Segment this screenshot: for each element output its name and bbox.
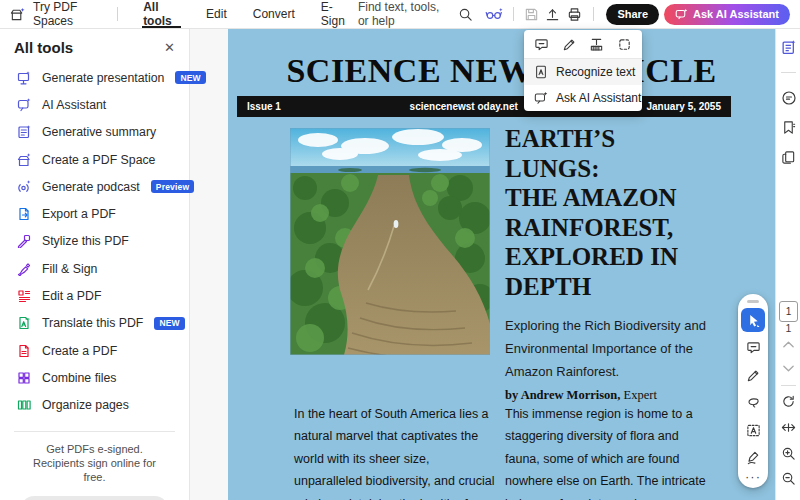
sidebar-item-combine-files[interactable]: Combine files [0,364,189,391]
pencil-icon [746,368,761,383]
close-icon[interactable]: ✕ [164,41,175,54]
all-tools-panel: All tools ✕ Generate presentation NEW AI… [0,28,190,500]
select-tool[interactable] [741,308,765,332]
palette-drag-handle[interactable] [747,300,759,303]
print-icon[interactable] [564,3,585,25]
rail-divider [781,72,796,73]
bookmarks-icon[interactable] [780,120,797,135]
issue-number: Issue 1 [247,101,281,112]
signature-icon [746,450,761,465]
page-up-icon[interactable] [780,340,797,349]
export-pdf-icon [17,207,31,221]
newsletter-masthead: SCIENCE NEWS ARTICLE [228,52,775,90]
article-column-2: This immense region is home to a stagger… [505,403,713,500]
search-placeholder: Find text, tools, or help [358,0,453,28]
menu-item-ask-ai-assistant[interactable]: Ask AI Assistant [524,85,642,111]
selection-icon[interactable] [617,37,632,52]
site-url: sciencenewst oday.net [410,101,518,112]
ai-assistant-icon [17,98,31,112]
pdf-spaces-icon [10,7,25,22]
ask-ai-assistant-button[interactable]: Ask AI Assistant [664,4,790,25]
quick-tools-palette: ··· [738,294,768,488]
pencil-icon[interactable] [562,37,577,52]
text-select-icon [746,423,761,438]
nav-divider [593,7,594,21]
more-tools-button[interactable]: ··· [745,473,761,481]
new-badge: NEW [154,317,184,330]
zoom-in-icon[interactable] [780,446,797,461]
sidebar-item-generate-podcast[interactable]: Generate podcast Preview [0,173,189,200]
organize-pages-icon [17,398,31,412]
sidebar-item-translate-pdf[interactable]: Translate this PDF NEW [0,310,189,337]
sidebar-divider [14,431,175,432]
right-rail: 1 1 [775,28,800,500]
tab-edit[interactable]: Edit [197,1,236,28]
fit-width-icon[interactable] [780,420,797,435]
save-icon[interactable] [521,3,542,25]
sidebar-item-create-pdf[interactable]: Create a PDF [0,337,189,364]
ai-glasses-icon[interactable] [483,3,504,25]
page-number-input[interactable]: 1 [779,301,798,322]
share-button[interactable]: Share [606,4,659,25]
zoom-out-icon[interactable] [780,471,797,486]
search-icon [458,7,473,22]
article-byline: by Andrew Morrison, Expert [505,388,657,403]
combine-files-icon [17,371,31,385]
tab-esign[interactable]: E-Sign [312,1,358,28]
try-pdf-spaces-button[interactable]: Try PDF Spaces [33,0,101,28]
article-column-1: In the heart of South America lies a nat… [294,403,500,500]
signature-tool[interactable] [741,446,765,470]
stylize-pdf-icon [17,234,31,248]
create-pdf-icon [17,344,31,358]
pencil-tool[interactable] [741,363,765,387]
sidebar-item-generate-presentation[interactable]: Generate presentation NEW [0,64,189,91]
sidebar-item-generative-summary[interactable]: Generative summary [0,119,189,146]
new-badge: NEW [175,71,205,84]
sidebar-item-stylize-pdf[interactable]: Stylize this PDF [0,228,189,255]
issue-date: January 5, 2055 [647,101,722,112]
esign-promo-text: Get PDFs e-signed. Recipients sign onlin… [0,442,189,484]
fill-sign-icon [17,262,31,276]
recognize-text-doc-icon [534,65,548,79]
nav-left-group: Try PDF Spaces All tools Edit Convert E-… [0,0,358,28]
top-navbar: Try PDF Spaces All tools Edit Convert E-… [0,0,800,29]
article-subtitle: Exploring the Rich Biodiversity and Envi… [505,314,737,383]
sidebar-item-ai-assistant[interactable]: AI Assistant [0,91,189,118]
generative-summary-icon [17,125,31,139]
text-select-tool[interactable] [741,418,765,442]
sidebar-item-create-pdf-space[interactable]: Create a PDF Space [0,146,189,173]
sidebar-item-organize-pages[interactable]: Organize pages [0,392,189,419]
acrobat-web-app: Try PDF Spaces All tools Edit Convert E-… [0,0,800,500]
sidebar-item-fill-sign[interactable]: Fill & Sign [0,255,189,282]
preview-badge: Preview [151,180,195,193]
search-input[interactable]: Find text, tools, or help [358,0,474,28]
ai-chat-icon [675,8,688,21]
rail-divider [781,385,796,386]
pdf-page[interactable]: SCIENCE NEWS ARTICLE Issue 1 sciencenews… [228,28,775,500]
comments-icon[interactable] [780,90,797,106]
request-esignatures-button[interactable]: Request e-signatures [21,496,168,500]
document-backdrop [189,28,228,500]
edit-pdf-icon [17,289,31,303]
comment-tool[interactable] [741,336,765,360]
generative-summary-icon[interactable] [780,40,797,55]
menu-item-recognize-text[interactable]: Recognize text [524,59,642,85]
nav-divider [117,7,118,21]
sidebar-item-edit-pdf[interactable]: Edit a PDF [0,282,189,309]
generate-podcast-icon [17,180,31,194]
tab-all-tools[interactable]: All tools [134,1,189,28]
translate-pdf-icon [17,316,31,330]
upload-icon[interactable] [542,3,563,25]
lasso-icon [746,395,761,410]
recognize-text-icon[interactable] [589,37,604,52]
article-photo-amazon-river [290,128,490,355]
sidebar-item-export-pdf[interactable]: Export a PDF [0,200,189,227]
rotate-icon[interactable] [780,394,797,409]
comment-icon[interactable] [534,37,549,52]
lasso-tool[interactable] [741,391,765,415]
tab-convert[interactable]: Convert [244,1,304,28]
page-thumbnails-icon[interactable] [780,150,797,165]
cursor-icon [746,313,761,328]
page-down-icon[interactable] [780,364,797,373]
article-headline: EARTH’S LUNGS: THE AMAZON RAINFOREST, EX… [505,124,750,301]
